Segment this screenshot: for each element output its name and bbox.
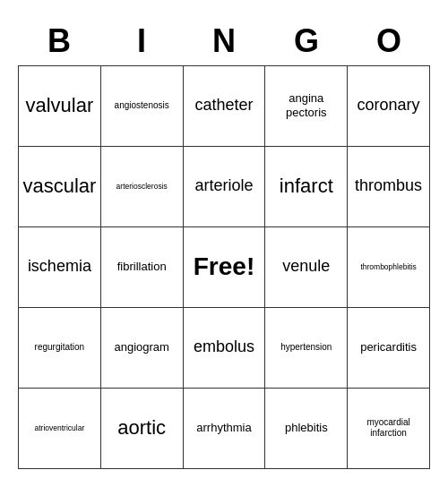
bingo-cell: vascular [19,147,101,227]
bingo-cell: myocardial infarction [348,389,430,469]
header-letter: I [100,19,183,64]
bingo-cell: angiogram [101,308,184,389]
cell-text: regurgitation [35,342,85,353]
bingo-cell: thrombophlebitis [348,227,430,308]
bingo-cell: coronary [348,66,430,147]
bingo-cell: aortic [101,389,184,469]
bingo-cell: pericarditis [348,308,430,389]
cell-text: arteriosclerosis [116,182,168,191]
cell-text: fibrillation [117,260,167,274]
bingo-cell: venule [265,227,348,308]
cell-text: hypertension [280,342,332,353]
cell-text: pericarditis [360,340,417,355]
bingo-cell: hypertension [265,308,348,389]
bingo-grid: valvularangiostenosiscatheterangina pect… [18,65,430,469]
cell-text: coronary [358,96,420,115]
cell-text: angiogram [114,340,168,355]
cell-text: arteriole [194,176,253,196]
bingo-cell: fibrillation [101,227,184,308]
bingo-cell: angiostenosis [101,66,184,147]
header-letter: O [348,19,430,64]
cell-text: angina pectoris [269,91,343,119]
cell-text: valvular [25,94,93,117]
bingo-cell: arteriole [184,147,266,227]
bingo-card: BINGO valvularangiostenosiscatheterangin… [18,19,430,469]
bingo-cell: catheter [184,66,266,147]
cell-text: ischemia [28,257,91,277]
header-letter: N [183,19,265,64]
cell-text: venule [282,257,330,277]
cell-text: catheter [194,96,253,115]
cell-text: arrhythmia [196,421,251,435]
bingo-cell: angina pectoris [265,66,348,147]
bingo-cell: ischemia [19,227,101,308]
bingo-cell: embolus [184,308,266,389]
cell-text: thrombophlebitis [360,262,416,271]
cell-text: aortic [117,416,166,440]
bingo-cell: atrioventricular [19,389,101,469]
header-letter: G [265,19,348,64]
cell-text: embolus [194,337,254,357]
cell-text: thrombus [355,176,422,196]
cell-text: myocardial infarction [351,417,426,439]
bingo-cell: Free! [184,227,266,308]
bingo-cell: infarct [265,147,348,227]
bingo-header: BINGO [18,19,430,64]
bingo-cell: regurgitation [19,308,101,389]
bingo-cell: valvular [19,66,101,147]
bingo-cell: thrombus [348,147,430,227]
header-letter: B [18,19,100,64]
cell-text: angiostenosis [115,100,169,111]
cell-text: infarct [280,175,333,198]
bingo-cell: arrhythmia [184,389,266,469]
bingo-cell: arteriosclerosis [101,147,184,227]
cell-text: Free! [194,252,254,281]
cell-text: phlebitis [285,421,328,435]
cell-text: vascular [22,175,96,198]
cell-text: atrioventricular [35,423,85,432]
bingo-cell: phlebitis [265,389,348,469]
